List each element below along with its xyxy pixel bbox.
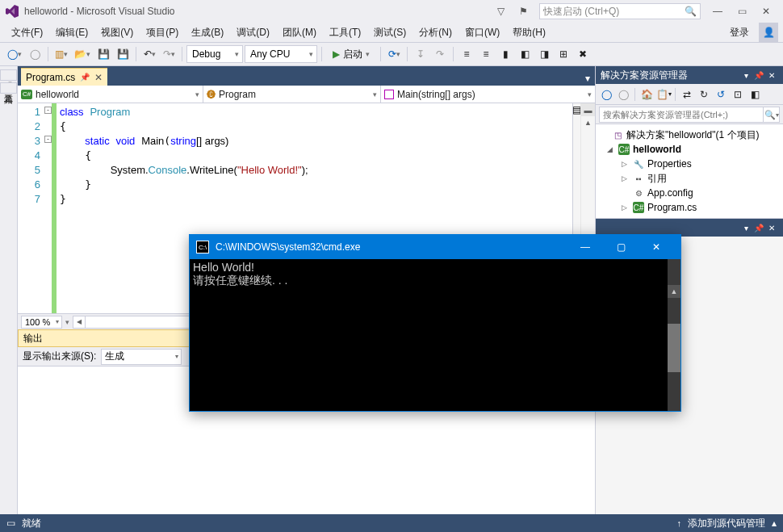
menu-window[interactable]: 窗口(W) (458, 23, 506, 42)
class-combo[interactable]: 🅒Program (203, 86, 381, 103)
feedback-flag-icon[interactable]: ⚑ (515, 3, 531, 19)
panel-pin-icon[interactable]: 📌 (752, 221, 765, 234)
menu-tools[interactable]: 工具(T) (323, 23, 367, 42)
user-avatar-icon[interactable]: 👤 (759, 23, 778, 42)
menu-file[interactable]: 文件(F) (5, 23, 49, 42)
quick-launch-input[interactable]: 快速启动 (Ctrl+Q) 🔍 (539, 3, 701, 19)
tab-overflow-button[interactable]: ▾ (580, 71, 595, 86)
tb-icon-b[interactable]: ◨ (535, 45, 553, 63)
bookmark-button[interactable]: ▮ (496, 45, 514, 63)
redo-button[interactable]: ↷▾ (160, 45, 178, 63)
se-home-icon[interactable]: 🏠 (639, 87, 654, 102)
toolbox-tab[interactable]: 工具箱 (0, 82, 17, 94)
status-bar: ▭ 就绪 ↑ 添加到源代码管理 ▴ (0, 514, 783, 532)
step-into-button[interactable]: ↧ (412, 45, 429, 63)
panel-pin-icon[interactable]: 📌 (752, 69, 765, 82)
cmd-close-button[interactable]: ✕ (639, 235, 674, 259)
document-tabs: Program.cs 📌 ✕ ▾ (18, 66, 595, 86)
zoom-dd-icon[interactable]: ▾ (65, 318, 69, 326)
config-combo[interactable]: Debug (186, 45, 243, 63)
se-sync-icon[interactable]: ⇄ (680, 87, 694, 102)
menu-test[interactable]: 测试(S) (367, 23, 412, 42)
scroll-up-icon[interactable]: ▲ (581, 116, 595, 129)
zoom-combo[interactable]: 100 % (21, 316, 62, 329)
pin-icon[interactable]: 📌 (80, 73, 90, 82)
panel-menu-icon[interactable]: ▾ (739, 69, 752, 82)
restore-button[interactable]: ▭ (730, 3, 754, 19)
nav-back-button[interactable]: ◯▾ (5, 45, 24, 63)
tree-appconfig-node[interactable]: ⚙App.config (597, 186, 781, 200)
uncomment-button[interactable]: ≡ (477, 45, 495, 63)
output-source-combo[interactable]: 生成 (101, 349, 182, 365)
menu-help[interactable]: 帮助(H) (506, 23, 552, 42)
cmd-titlebar[interactable]: C:\ C:\WINDOWS\system32\cmd.exe — ▢ ✕ (190, 235, 680, 259)
se-back-icon[interactable]: ◯ (599, 87, 613, 102)
platform-combo[interactable]: Any CPU (245, 45, 317, 63)
namespace-combo[interactable]: C#helloworld (18, 86, 203, 103)
close-button[interactable]: ✕ (754, 3, 778, 19)
panel-menu-icon[interactable]: ▾ (739, 221, 752, 234)
solution-explorer-header[interactable]: 解决方案资源管理器 ▾ 📌 ✕ (596, 66, 783, 84)
status-window-icon[interactable]: ▭ (6, 517, 15, 529)
se-scope-icon[interactable]: 📋▾ (656, 87, 671, 102)
tree-programcs-node[interactable]: ▷C#Program.cs (597, 200, 781, 215)
menu-project[interactable]: 项目(P) (140, 23, 185, 42)
se-props-icon[interactable]: ◧ (747, 87, 762, 102)
panel-close-icon[interactable]: ✕ (765, 221, 778, 234)
tree-references-node[interactable]: ▷▪▪引用 (597, 171, 781, 186)
cmd-scroll-up-icon[interactable]: ▲ (668, 285, 680, 298)
se-showall-icon[interactable]: ⊡ (731, 87, 745, 102)
menu-debug[interactable]: 调试(D) (230, 23, 276, 42)
tb-icon-c[interactable]: ⊞ (555, 45, 572, 63)
main-toolbar: ◯▾ ◯ ▥▾ 📂▾ 💾 💾 ↶▾ ↷▾ Debug Any CPU ▶启动▾ … (0, 42, 783, 66)
method-combo[interactable]: Main(string[] args) (381, 86, 595, 103)
solution-explorer-title: 解决方案资源管理器 (601, 69, 688, 82)
close-tab-icon[interactable]: ✕ (94, 72, 103, 83)
menu-view[interactable]: 视图(V) (94, 23, 140, 42)
cmd-window[interactable]: C:\ C:\WINDOWS\system32\cmd.exe — ▢ ✕ He… (189, 234, 681, 412)
document-tab-programcs[interactable]: Program.cs 📌 ✕ (21, 68, 107, 86)
fold-icon[interactable]: - (44, 136, 52, 143)
save-button[interactable]: 💾 (94, 45, 112, 63)
se-search-input[interactable] (599, 107, 764, 123)
cmd-maximize-button[interactable]: ▢ (603, 235, 639, 259)
publish-icon[interactable]: ↑ (677, 518, 682, 528)
tree-project-node[interactable]: ◢C#helloworld (597, 142, 781, 157)
source-control-dd-icon[interactable]: ▴ (772, 517, 777, 529)
notifications-icon[interactable]: ▽ (492, 3, 509, 19)
tree-solution-node[interactable]: ◳解决方案"helloworld"(1 个项目) (597, 128, 781, 142)
comment-button[interactable]: ≡ (458, 45, 475, 63)
step-over-button[interactable]: ↷ (431, 45, 449, 63)
solution-tree[interactable]: ◳解决方案"helloworld"(1 个项目) ◢C#helloworld ▷… (596, 124, 783, 219)
add-source-control[interactable]: 添加到源代码管理 (688, 517, 765, 530)
undo-button[interactable]: ↶▾ (140, 45, 158, 63)
nav-fwd-button[interactable]: ◯ (26, 45, 44, 63)
open-file-button[interactable]: 📂▾ (72, 45, 93, 63)
fold-icon[interactable]: - (44, 107, 52, 114)
se-fwd-icon[interactable]: ◯ (616, 87, 630, 102)
minimize-button[interactable]: — (706, 3, 730, 19)
scroll-split-icon[interactable]: ▬ (581, 103, 595, 116)
sign-in-link[interactable]: 登录 (723, 23, 756, 42)
cmd-minimize-button[interactable]: — (567, 235, 603, 259)
tb-icon-d[interactable]: ✖ (574, 45, 592, 63)
start-debug-button[interactable]: ▶启动▾ (326, 45, 376, 63)
menu-edit[interactable]: 编辑(E) (49, 23, 94, 42)
cmd-scroll-thumb[interactable] (668, 324, 680, 372)
se-refresh-icon[interactable]: ↻ (697, 87, 711, 102)
panel-close-icon[interactable]: ✕ (765, 69, 778, 82)
tab-label: Program.cs (26, 72, 75, 83)
menu-build[interactable]: 生成(B) (185, 23, 230, 42)
server-explorer-tab[interactable]: 服务器资源管理器 (0, 69, 17, 81)
new-project-button[interactable]: ▥▾ (52, 45, 70, 63)
se-collapse-icon[interactable]: ↺ (714, 87, 728, 102)
menu-team[interactable]: 团队(M) (276, 23, 323, 42)
cmd-output[interactable]: Hello World! 请按任意键继续. . . ▲ (190, 259, 680, 411)
se-search-icon[interactable]: 🔍▾ (764, 107, 780, 123)
save-all-button[interactable]: 💾 (114, 45, 132, 63)
tb-icon-a[interactable]: ◧ (516, 45, 534, 63)
cmd-scrollbar[interactable]: ▲ (668, 259, 680, 411)
menu-analyze[interactable]: 分析(N) (412, 23, 458, 42)
browser-link-button[interactable]: ⟳▾ (385, 45, 403, 63)
tree-properties-node[interactable]: ▷🔧Properties (597, 157, 781, 171)
